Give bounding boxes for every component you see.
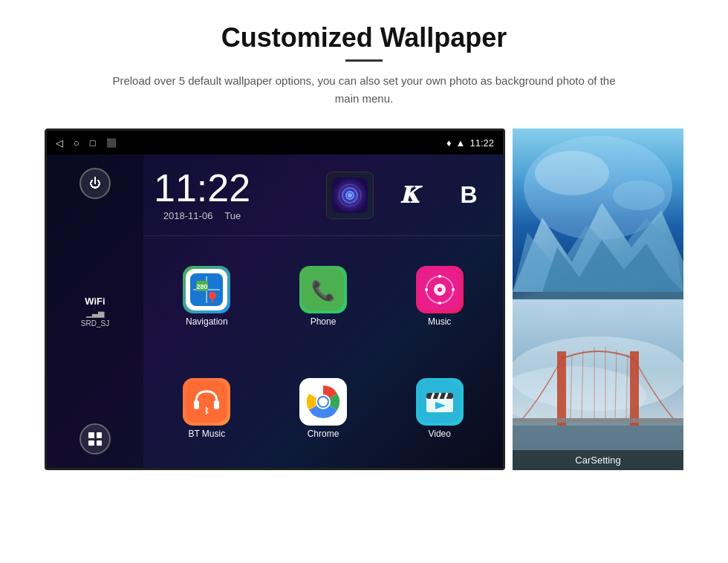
svg-point-31 xyxy=(319,397,328,406)
clock-time: 11:22 xyxy=(154,169,250,207)
status-bar: ◁ ○ □ ⬛ ♦ ▲ 11:22 xyxy=(47,131,503,154)
page-description: Preload over 5 default wallpaper options… xyxy=(111,72,617,108)
b-letter: B xyxy=(460,181,477,209)
svg-point-19 xyxy=(438,275,441,278)
app-item-navigation[interactable]: 280 Navigation xyxy=(151,242,263,350)
grid-icon xyxy=(88,432,102,446)
power-button[interactable]: ⏻ xyxy=(79,168,111,199)
wallpaper-panel: CarSetting xyxy=(513,128,683,470)
svg-point-45 xyxy=(613,180,665,210)
video-icon xyxy=(416,378,464,426)
content-area: ◁ ○ □ ⬛ ♦ ▲ 11:22 ⏻ WiFi ▁▃▅ SRD xyxy=(45,128,683,470)
svg-point-4 xyxy=(348,193,352,198)
video-label: Video xyxy=(428,429,450,439)
back-icon[interactable]: ◁ xyxy=(56,137,63,149)
svg-point-20 xyxy=(438,302,441,305)
b-app-icon[interactable]: B xyxy=(445,172,493,219)
svg-rect-52 xyxy=(630,351,639,426)
phone-label: Phone xyxy=(311,316,337,327)
status-time: 11:22 xyxy=(469,137,494,149)
wifi-ssid: SRD_SJ xyxy=(81,319,109,328)
screen-body: ⏻ WiFi ▁▃▅ SRD_SJ xyxy=(47,154,503,468)
svg-rect-51 xyxy=(557,351,566,426)
clock-day: Tue xyxy=(224,210,241,221)
wifi-label: WiFi xyxy=(81,296,109,307)
device-screen: ◁ ○ □ ⬛ ♦ ▲ 11:22 ⏻ WiFi ▁▃▅ SRD xyxy=(45,128,505,470)
music-svg xyxy=(419,269,461,310)
svg-point-11 xyxy=(209,292,216,299)
clock-date: 2018-11-06 Tue xyxy=(163,210,241,221)
navigation-svg: 280 xyxy=(186,269,227,310)
screenshot-icon[interactable]: ⬛ xyxy=(106,138,117,148)
home-icon[interactable]: ○ xyxy=(74,137,79,149)
music-label: Music xyxy=(428,316,451,327)
chrome-svg xyxy=(302,381,344,423)
btmusic-svg: ᛒ xyxy=(186,381,227,423)
svg-point-21 xyxy=(425,288,428,291)
radio-svg xyxy=(332,178,368,213)
nav-icons: ◁ ○ □ ⬛ xyxy=(56,137,117,149)
bt-music-label: BT Music xyxy=(188,429,225,439)
page-title: Customized Wallpaper xyxy=(221,22,507,53)
app-item-btmusic[interactable]: ᛒ BT Music xyxy=(151,354,263,462)
radio-app-icon[interactable] xyxy=(326,172,374,219)
app-grid: 280 Navigation xyxy=(143,236,503,468)
k-letter: 𝐊 xyxy=(400,181,418,209)
apps-grid-button[interactable] xyxy=(79,423,111,455)
app-item-music[interactable]: Music xyxy=(383,242,495,350)
title-divider xyxy=(345,59,383,62)
wifi-info: WiFi ▁▃▅ SRD_SJ xyxy=(81,296,109,328)
svg-rect-53 xyxy=(513,418,683,423)
navigation-icon: 280 xyxy=(183,266,230,313)
signal-icon: ▲ xyxy=(456,137,466,149)
app-item-phone[interactable]: 📞 Phone xyxy=(267,242,380,350)
ice-wallpaper-svg xyxy=(513,128,683,292)
chrome-label: Chrome xyxy=(308,429,339,439)
svg-text:ᛒ: ᛒ xyxy=(204,406,209,415)
k-app-icon[interactable]: 𝐊 xyxy=(386,172,433,219)
chrome-icon xyxy=(299,378,347,426)
recent-icon[interactable]: □ xyxy=(90,137,96,149)
sidebar: ⏻ WiFi ▁▃▅ SRD_SJ xyxy=(47,154,143,468)
app-item-video[interactable]: Video xyxy=(383,354,495,462)
carsetting-label: CarSetting xyxy=(513,450,683,470)
video-svg xyxy=(419,381,461,423)
location-icon: ♦ xyxy=(446,137,452,149)
wifi-bars: ▁▃▅ xyxy=(81,308,109,318)
navigation-label: Navigation xyxy=(186,316,228,327)
top-info-bar: 11:22 2018-11-06 Tue xyxy=(143,154,503,236)
top-app-icons: 𝐊 B xyxy=(326,172,493,219)
wallpaper-bridge[interactable]: CarSetting xyxy=(513,299,683,470)
bt-music-icon: ᛒ xyxy=(183,378,230,426)
svg-rect-23 xyxy=(186,381,227,423)
status-indicators: ♦ ▲ 11:22 xyxy=(446,137,494,149)
svg-rect-25 xyxy=(214,400,219,409)
svg-point-18 xyxy=(438,287,442,292)
phone-svg: 📞 xyxy=(302,269,344,310)
phone-icon: 📞 xyxy=(299,266,347,313)
svg-text:280: 280 xyxy=(197,283,208,290)
music-icon xyxy=(416,266,464,313)
wallpaper-ice[interactable] xyxy=(513,128,683,299)
main-content: 11:22 2018-11-06 Tue xyxy=(143,154,503,468)
svg-point-22 xyxy=(452,288,455,291)
svg-point-44 xyxy=(535,151,609,195)
bridge-wallpaper-svg xyxy=(513,299,683,470)
clock-date-value: 2018-11-06 xyxy=(163,210,213,221)
svg-text:📞: 📞 xyxy=(311,279,336,302)
svg-rect-24 xyxy=(194,400,199,409)
app-item-chrome[interactable]: Chrome xyxy=(267,354,380,462)
power-icon: ⏻ xyxy=(89,177,101,190)
clock-widget: 11:22 2018-11-06 Tue xyxy=(154,169,250,221)
